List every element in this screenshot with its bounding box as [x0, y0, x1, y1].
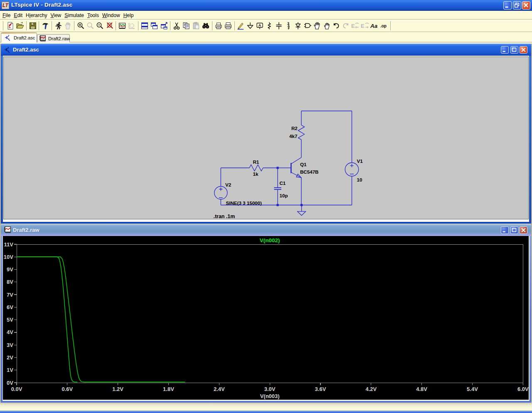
close-button[interactable]	[522, 1, 530, 10]
undo-icon	[332, 22, 340, 30]
move-hand-icon	[313, 22, 321, 30]
open-file-icon	[16, 22, 24, 30]
rotate-icon: E	[360, 22, 369, 30]
cut-button[interactable]	[172, 20, 182, 31]
minimize-icon	[504, 2, 511, 9]
place-inductor-button[interactable]	[284, 20, 293, 31]
open-file-button[interactable]	[15, 20, 25, 31]
spice-directive-text: .tran .1m	[214, 214, 235, 219]
r2-value: 4k7	[289, 133, 297, 139]
waveform-icon	[4, 226, 11, 234]
y-tick-label: 4V	[7, 329, 13, 335]
print-preview-button[interactable]	[214, 20, 223, 31]
place-text-button[interactable]: Aa	[370, 20, 379, 31]
directive-glyph: .op	[380, 24, 387, 28]
capacitor-icon	[275, 22, 283, 30]
menu-edit[interactable]: Edit	[12, 12, 24, 19]
waveform-minimize-button[interactable]	[501, 226, 509, 234]
spice-directive-button[interactable]: .op	[379, 20, 389, 31]
minimize-icon	[501, 227, 508, 234]
autorange-waveform-button[interactable]	[117, 20, 127, 31]
zoom-area-button[interactable]	[85, 20, 95, 31]
menu-hierarchy[interactable]: Hierarchy	[24, 12, 49, 19]
save-file-button[interactable]	[28, 20, 37, 31]
net-label-button[interactable]: A	[255, 20, 265, 31]
y-tick-label: 1V	[7, 367, 13, 373]
tile-horizontally-button[interactable]	[140, 20, 149, 31]
v2-ref: V2	[225, 182, 231, 187]
draw-wire-button[interactable]	[236, 20, 246, 31]
plot-settings-button[interactable]	[127, 20, 137, 31]
waveform-window-titlebar[interactable]	[1, 224, 531, 236]
r2-ref: R2	[291, 125, 298, 131]
control-panel-button[interactable]	[40, 20, 50, 31]
waveform-plot: 0V1V2V3V4V5V6V7V8V9V10V11V0.0V0.6V1.2V1.…	[3, 236, 529, 400]
menu-file[interactable]: File	[1, 12, 12, 19]
tile-vertically-button[interactable]	[150, 20, 159, 31]
place-component-button[interactable]	[303, 20, 313, 31]
menu-simulate[interactable]: Simulate	[63, 12, 86, 19]
active-tab-accent	[1, 33, 37, 34]
menu-tools[interactable]: Tools	[86, 12, 101, 19]
place-resistor-button[interactable]	[265, 20, 274, 31]
tab-draft2-asc[interactable]: Draft2.asc	[1, 32, 37, 42]
new-schematic-button[interactable]	[5, 20, 15, 31]
menu-help[interactable]: Help	[122, 12, 135, 19]
redo-icon	[342, 22, 350, 30]
spice-directive-icon: .op	[379, 22, 389, 30]
menu-view[interactable]: View	[49, 12, 63, 19]
paste-button[interactable]	[191, 20, 201, 31]
print-button[interactable]	[223, 20, 233, 31]
schematic-minimize-button[interactable]	[501, 46, 509, 54]
drag-button[interactable]	[322, 20, 332, 31]
v1-ref: V1	[357, 158, 363, 164]
y-tick-label: 0V	[7, 380, 13, 386]
minimize-button[interactable]	[503, 1, 512, 10]
cascade-windows-button[interactable]	[159, 20, 169, 31]
toolbar-separator	[73, 21, 76, 31]
undo-button[interactable]	[332, 20, 341, 31]
draw-wire-pencil-icon	[236, 22, 245, 30]
x-tick-label: 1.8V	[163, 386, 174, 392]
zoom-in-button[interactable]	[76, 20, 85, 31]
halt-simulation-button[interactable]	[63, 20, 72, 31]
waveform-maximize-button[interactable]	[510, 226, 518, 234]
close-icon	[522, 2, 530, 9]
mirror-button[interactable]: E	[351, 20, 360, 31]
toolbar-separator	[169, 21, 172, 31]
find-button[interactable]	[201, 20, 210, 31]
move-button[interactable]	[313, 20, 322, 31]
c1-value: 10p	[280, 193, 288, 198]
zoom-out-button[interactable]	[95, 20, 105, 31]
window-bottom-edge	[0, 411, 532, 413]
halt-hand-icon	[64, 22, 72, 30]
toolbar-separator	[137, 21, 140, 31]
schematic-window-titlebar[interactable]	[1, 44, 531, 56]
drag-hand-icon	[323, 22, 331, 30]
place-capacitor-button[interactable]	[274, 20, 284, 31]
schematic-drawing: R2 4k7 Q1 BC547B R1 1k C1 10p V2 SINE(3 …	[3, 57, 529, 219]
place-diode-button[interactable]	[293, 20, 303, 31]
titlebar[interactable]: LT LTspice IV - Draft2.asc	[0, 0, 532, 11]
tabbar-baseline	[0, 42, 532, 43]
tab-draft2-raw[interactable]: Draft2.raw	[37, 34, 70, 42]
y-tick-label: 9V	[7, 266, 13, 273]
y-tick-label: 6V	[7, 304, 13, 310]
resistor-icon	[265, 22, 273, 30]
schematic-maximize-button[interactable]	[510, 46, 518, 54]
restore-button[interactable]	[513, 1, 521, 10]
y-tick-label: 5V	[7, 317, 13, 323]
menu-window[interactable]: Window	[101, 12, 122, 19]
schematic-close-button[interactable]	[520, 46, 527, 54]
waveform-close-button[interactable]	[520, 226, 527, 234]
schematic-window-title: Draft2.asc	[13, 47, 39, 53]
redo-button[interactable]	[341, 20, 351, 31]
rotate-button[interactable]: E	[360, 20, 370, 31]
copy-button[interactable]	[182, 20, 191, 31]
toolbar-grip[interactable]	[0, 21, 5, 31]
run-simulation-button[interactable]	[53, 20, 63, 31]
place-ground-button[interactable]	[246, 20, 255, 31]
c1-ref: C1	[280, 180, 286, 186]
zoom-full-extents-button[interactable]	[105, 20, 114, 31]
x-tick-label: 0.6V	[62, 386, 73, 392]
